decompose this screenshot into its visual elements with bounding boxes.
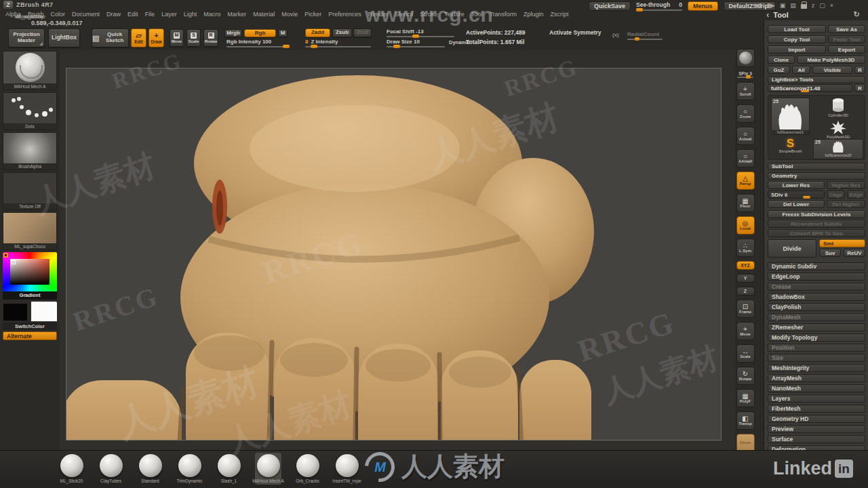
brush-item[interactable]: TrimDynamic: [176, 453, 203, 485]
move-button[interactable]: MMove: [170, 29, 184, 47]
quicksave-button[interactable]: QuickSave: [589, 1, 631, 11]
draw-size-slider[interactable]: Draw Size 10: [387, 39, 445, 47]
active-tool-thumbnail[interactable]: 25 fullScarecrow21: [771, 98, 810, 135]
brush-item[interactable]: ML_Stick20: [58, 453, 85, 485]
projection-master-button[interactable]: Projection Master: [8, 28, 45, 47]
current-texture-slot[interactable]: Texture Off: [3, 172, 57, 210]
shelf-button[interactable]: XYZ: [736, 261, 755, 270]
shelf-button[interactable]: ↔ Scale: [736, 344, 755, 363]
draw-size-nub[interactable]: [393, 45, 400, 48]
edit-button[interactable]: ▱Edit: [131, 28, 146, 47]
shelf-button[interactable]: △ Persp: [736, 171, 755, 190]
goz-r-button[interactable]: R: [854, 66, 865, 74]
menu-item[interactable]: Render: [368, 11, 389, 18]
z-intensity-slider[interactable]: 8Z Intensity: [305, 39, 371, 47]
subpalette-header[interactable]: Crease: [768, 283, 865, 291]
material-item[interactable]: svHair_Marble: [3, 0, 57, 19]
goz-button[interactable]: GoZ: [768, 66, 790, 74]
color-picker[interactable]: Gradient: [3, 252, 57, 300]
spix-track[interactable]: [737, 77, 753, 78]
focal-shift-slider[interactable]: Focal Shift -13: [387, 28, 454, 37]
paste-tool-button[interactable]: Paste Tool: [828, 35, 865, 43]
shelf-button[interactable]: ○ Actual: [736, 127, 755, 145]
subpalette-header[interactable]: Preview: [768, 425, 865, 433]
quick-sketch-button[interactable]: ▨Quick Sketch: [92, 28, 129, 47]
menu-item[interactable]: Preferences: [328, 11, 361, 18]
menu-item[interactable]: Picker: [304, 11, 321, 18]
subpalette-header[interactable]: DynaMesh: [768, 313, 865, 321]
make-polymesh3d-button[interactable]: Make PolyMesh3D: [797, 56, 865, 64]
higher-res-button[interactable]: Higher Res: [827, 181, 865, 189]
cage-button[interactable]: Cage: [827, 190, 845, 199]
main-color-swatch[interactable]: [3, 303, 28, 321]
hue-ring[interactable]: [3, 252, 57, 291]
geometry-section-header[interactable]: Geometry: [768, 172, 865, 180]
suv-button[interactable]: Suv: [819, 249, 841, 257]
brush-item[interactable]: Orb_Cracks: [294, 453, 321, 485]
subpalette-header[interactable]: ClayPolish: [768, 303, 865, 311]
subpalette-header[interactable]: ArrayMesh: [768, 374, 865, 382]
menu-item[interactable]: Stroke: [420, 11, 437, 18]
subpalette-header[interactable]: Dynamic Subdiv: [768, 262, 865, 270]
import-button[interactable]: Import: [768, 45, 826, 54]
goz-all-button[interactable]: All: [792, 66, 810, 74]
current-brush-slot[interactable]: MAHcut Mech A: [3, 51, 57, 90]
cylinder3d-thumbnail[interactable]: Cylinder3D: [813, 98, 863, 117]
simplebrush-thumbnail[interactable]: S SimpleBrush: [771, 138, 810, 153]
subpalette-header[interactable]: NanoMesh: [768, 384, 865, 392]
see-through-track[interactable]: [636, 9, 682, 11]
radial-count-track[interactable]: [627, 39, 663, 40]
restore-icon[interactable]: ▢: [819, 2, 825, 9]
menu-item[interactable]: Texture: [444, 11, 465, 18]
menu-item[interactable]: Macro: [203, 11, 220, 18]
subpalette-header[interactable]: Geometry HD: [768, 415, 865, 423]
menu-item[interactable]: Transform: [489, 11, 517, 18]
del-lower-button[interactable]: Del Lower: [768, 200, 825, 208]
freeze-subdivision-button[interactable]: Freeze SubDivision Levels: [768, 210, 865, 218]
rotate-button[interactable]: RRotate: [203, 29, 218, 47]
subpalette-header[interactable]: Layers: [768, 394, 865, 403]
bpr-render-button[interactable]: [736, 49, 755, 67]
subpalette-header[interactable]: Size: [768, 354, 865, 362]
shelf-button[interactable]: + Move: [736, 322, 755, 340]
reuv-button[interactable]: ReUV: [844, 249, 865, 257]
current-stroke-slot[interactable]: Dots: [3, 92, 57, 130]
current-alpha-slot[interactable]: BrushAlpha: [3, 132, 57, 170]
subpalette-header[interactable]: Surface: [768, 435, 865, 443]
menu-item[interactable]: Light: [184, 11, 197, 18]
menus-button[interactable]: Menus: [688, 1, 718, 11]
zadd-button[interactable]: Zadd: [305, 28, 330, 37]
shelf-button[interactable]: ○ AAHalf: [736, 149, 755, 167]
see-through-slider[interactable]: See-through0: [636, 1, 682, 11]
rgb-intensity-nub[interactable]: [283, 45, 290, 48]
smt-button[interactable]: Smt: [819, 239, 865, 247]
del-higher-button[interactable]: Del Higher: [827, 200, 865, 208]
copy-window-icon[interactable]: ▣: [780, 2, 786, 9]
export-button[interactable]: Export: [828, 45, 865, 54]
lock-icon[interactable]: [801, 4, 807, 9]
saturation-square[interactable]: [10, 259, 50, 285]
lightbox-tools-header[interactable]: Lightbox> Tools: [768, 76, 865, 83]
scale-button[interactable]: SScale: [186, 29, 201, 47]
activate-symmetry-button[interactable]: Activate Symmetry: [549, 29, 601, 36]
spix-slider[interactable]: SPix 3: [735, 71, 755, 78]
canvas-document[interactable]: [66, 68, 722, 441]
menu-item[interactable]: Marker: [227, 11, 246, 18]
lightbox-button[interactable]: LightBox: [48, 28, 80, 47]
shelf-button[interactable]: ▦ PolyF: [736, 389, 755, 407]
focal-shift-track[interactable]: [387, 36, 454, 37]
back-arrow-icon[interactable]: ‹: [766, 9, 769, 20]
shelf-button[interactable]: ↻ Rotate: [736, 367, 755, 385]
scarecrow20-thumbnail[interactable]: 25 fullScarecrow20: [813, 139, 863, 159]
subpalette-header[interactable]: Position: [768, 344, 865, 352]
menu-item[interactable]: Movie: [281, 11, 298, 18]
divider-right-icon[interactable]: ▮▶: [767, 2, 775, 9]
mrgb-button[interactable]: Mrgb: [224, 29, 242, 37]
see-through-nub[interactable]: [636, 8, 643, 12]
zcut-button[interactable]: Zcut: [353, 28, 372, 37]
menu-item[interactable]: Draw: [106, 11, 121, 18]
brush-item[interactable]: Slash_1: [216, 453, 242, 485]
secondary-color-swatch[interactable]: [31, 302, 57, 321]
menu-item[interactable]: File: [145, 11, 155, 18]
shelf-button[interactable]: ⊡ Frame: [736, 300, 755, 318]
